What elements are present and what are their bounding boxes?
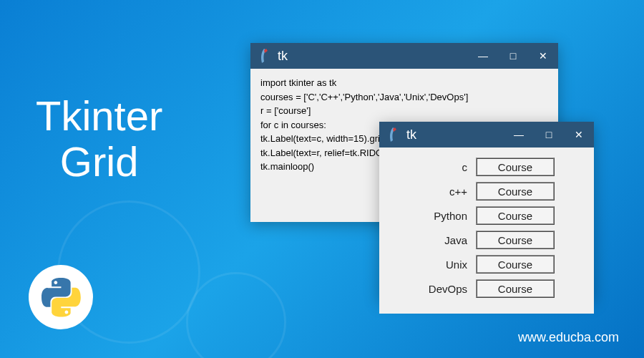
maximize-button[interactable]: □ (498, 43, 528, 69)
close-button[interactable]: ✕ (528, 43, 558, 69)
table-row: c++Course (394, 182, 580, 200)
titlebar: tk — □ ✕ (379, 122, 594, 147)
row-value-box: Course (476, 279, 555, 298)
table-row: DevOpsCourse (394, 279, 580, 298)
title-line-2: Grid (60, 138, 139, 185)
tk-feather-icon (386, 127, 399, 142)
minimize-button[interactable]: — (504, 122, 534, 147)
decorative-gear-2 (186, 272, 286, 358)
code-line: import tkinter as tk (260, 76, 548, 90)
row-value-box: Course (476, 158, 555, 176)
grid-content: cCoursec++CoursePythonCourseJavaCourseUn… (379, 147, 594, 314)
title-line-1: Tkinter (36, 92, 162, 139)
code-line: courses = ['C','C++','Python','Java','Un… (260, 90, 548, 105)
row-value-box: Course (476, 231, 555, 249)
row-label: DevOps (419, 283, 476, 295)
row-value-box: Course (476, 182, 555, 200)
code-line: r = ['course'] (260, 104, 548, 118)
maximize-button[interactable]: □ (534, 122, 564, 147)
row-label: Python (419, 210, 476, 222)
page-title: Tkinter Grid (36, 93, 162, 185)
row-value-box: Course (476, 255, 555, 274)
row-label: c++ (419, 185, 476, 198)
window-controls: — □ ✕ (504, 122, 594, 147)
tk-feather-icon (258, 48, 270, 64)
python-logo-icon (42, 278, 81, 317)
python-logo-badge (29, 265, 93, 329)
website-url: www.educba.com (518, 330, 619, 345)
row-label: Unix (419, 258, 476, 271)
output-window: tk — □ ✕ cCoursec++CoursePythonCourseJav… (379, 122, 594, 301)
minimize-button[interactable]: — (468, 43, 498, 69)
window-title: tk (278, 49, 468, 64)
table-row: cCourse (394, 158, 580, 176)
window-controls: — □ ✕ (468, 43, 558, 69)
row-label: c (419, 161, 476, 173)
row-label: Java (419, 234, 476, 246)
table-row: PythonCourse (394, 206, 580, 225)
table-row: UnixCourse (394, 255, 580, 274)
table-row: JavaCourse (394, 231, 580, 249)
row-value-box: Course (476, 206, 555, 225)
window-title: tk (406, 127, 504, 142)
titlebar: tk — □ ✕ (250, 43, 558, 69)
close-button[interactable]: ✕ (564, 122, 594, 147)
